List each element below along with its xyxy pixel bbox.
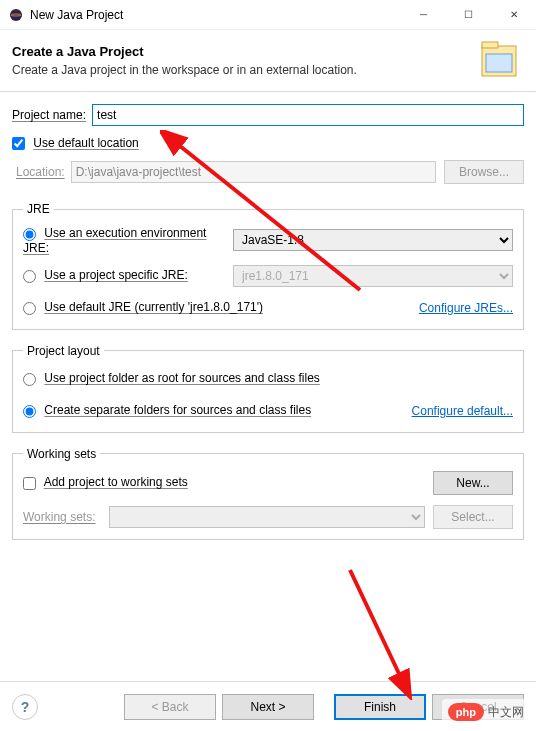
location-label: Location: bbox=[16, 165, 65, 179]
working-sets-group: Working sets Add project to working sets… bbox=[12, 447, 524, 540]
annotation-arrow-2 bbox=[340, 560, 440, 700]
browse-button: Browse... bbox=[444, 160, 524, 184]
help-button[interactable]: ? bbox=[12, 694, 38, 720]
jre-group: JRE Use an execution environment JRE: Ja… bbox=[12, 202, 524, 329]
banner: Create a Java Project Create a Java proj… bbox=[0, 30, 536, 92]
svg-rect-4 bbox=[486, 54, 512, 72]
project-name-input[interactable] bbox=[92, 104, 524, 126]
jre-exec-env-select[interactable]: JavaSE-1.8 bbox=[233, 229, 513, 251]
working-sets-legend: Working sets bbox=[23, 447, 100, 461]
working-sets-select bbox=[109, 506, 425, 528]
jre-specific-radio[interactable]: Use a project specific JRE: bbox=[23, 268, 233, 282]
configure-default-link[interactable]: Configure default... bbox=[412, 404, 513, 418]
new-working-set-button[interactable]: New... bbox=[433, 471, 513, 495]
project-name-label: Project name: bbox=[12, 108, 86, 122]
jre-specific-select: jre1.8.0_171 bbox=[233, 265, 513, 287]
layout-group: Project layout Use project folder as roo… bbox=[12, 344, 524, 433]
working-sets-label: Working sets: bbox=[23, 510, 95, 524]
select-working-set-button: Select... bbox=[433, 505, 513, 529]
layout-root-radio[interactable]: Use project folder as root for sources a… bbox=[23, 371, 326, 385]
watermark-logo: php 中文网 bbox=[442, 699, 530, 725]
configure-jres-link[interactable]: Configure JREs... bbox=[419, 301, 513, 315]
use-default-location-check[interactable] bbox=[12, 137, 25, 150]
layout-separate-radio[interactable]: Create separate folders for sources and … bbox=[23, 403, 317, 417]
layout-legend: Project layout bbox=[23, 344, 104, 358]
jre-default-radio[interactable]: Use default JRE (currently 'jre1.8.0_171… bbox=[23, 300, 269, 314]
svg-point-0 bbox=[10, 9, 22, 21]
eclipse-icon bbox=[8, 7, 24, 23]
window-title: New Java Project bbox=[30, 8, 123, 22]
maximize-button[interactable]: ☐ bbox=[446, 0, 491, 30]
add-to-working-sets-checkbox[interactable]: Add project to working sets bbox=[23, 475, 194, 489]
finish-button[interactable]: Finish bbox=[334, 694, 426, 720]
location-input bbox=[71, 161, 436, 183]
next-button[interactable]: Next > bbox=[222, 694, 314, 720]
jre-legend: JRE bbox=[23, 202, 54, 216]
wizard-icon bbox=[474, 36, 524, 85]
use-default-location-checkbox[interactable]: Use default location bbox=[12, 136, 145, 150]
page-subtitle: Create a Java project in the workspace o… bbox=[12, 63, 357, 77]
minimize-button[interactable]: ─ bbox=[401, 0, 446, 30]
svg-rect-3 bbox=[482, 42, 498, 48]
back-button: < Back bbox=[124, 694, 216, 720]
titlebar: New Java Project ─ ☐ ✕ bbox=[0, 0, 536, 30]
content: Project name: Use default location Locat… bbox=[0, 92, 536, 566]
jre-exec-env-radio[interactable]: Use an execution environment JRE: bbox=[23, 226, 233, 254]
close-button[interactable]: ✕ bbox=[491, 0, 536, 30]
page-title: Create a Java Project bbox=[12, 44, 357, 59]
svg-line-6 bbox=[350, 570, 402, 680]
